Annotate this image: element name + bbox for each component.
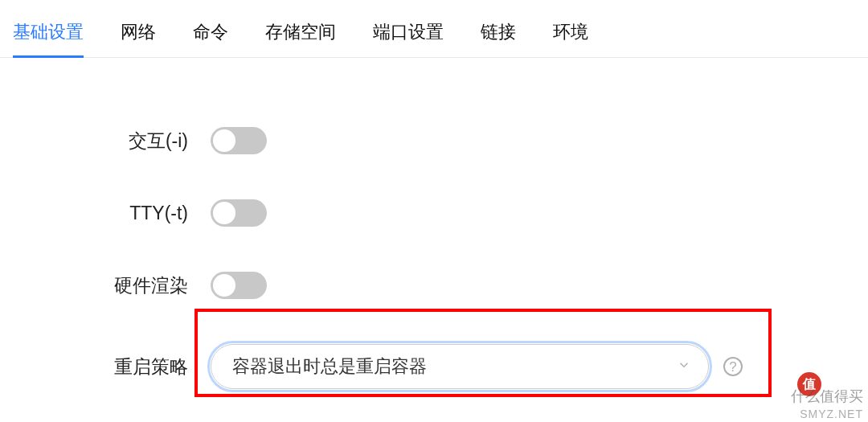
tab-network[interactable]: 网络 — [121, 20, 156, 57]
toggle-knob — [213, 202, 235, 224]
tab-storage[interactable]: 存储空间 — [265, 20, 336, 57]
tab-basic-settings[interactable]: 基础设置 — [13, 20, 84, 57]
tab-port-settings[interactable]: 端口设置 — [373, 20, 444, 57]
watermark-brand: 什么值得买 — [791, 387, 863, 406]
watermark-site: SMYZ.NET — [800, 408, 863, 420]
row-tty: TTY(-t) — [26, 199, 868, 227]
tab-environment[interactable]: 环境 — [553, 20, 588, 57]
row-interactive: 交互(-i) — [26, 127, 868, 154]
tab-command[interactable]: 命令 — [193, 20, 228, 57]
help-icon[interactable]: ? — [723, 357, 743, 376]
toggle-tty[interactable] — [211, 199, 267, 227]
label-hw-render: 硬件渲染 — [26, 273, 211, 298]
row-hw-render: 硬件渲染 — [26, 272, 868, 299]
label-interactive: 交互(-i) — [26, 129, 211, 154]
tab-links[interactable]: 链接 — [481, 20, 516, 57]
row-restart-policy: 重启策略 容器退出时总是重启容器 ? — [26, 344, 868, 389]
toggle-knob — [213, 129, 235, 152]
restart-policy-select[interactable]: 容器退出时总是重启容器 — [211, 344, 709, 389]
restart-policy-selected-value: 容器退出时总是重启容器 — [232, 354, 427, 379]
restart-policy-select-wrap: 容器退出时总是重启容器 — [211, 344, 709, 389]
toggle-hw-render[interactable] — [211, 272, 267, 299]
label-tty: TTY(-t) — [26, 203, 211, 224]
settings-tabs: 基础设置 网络 命令 存储空间 端口设置 链接 环境 — [0, 0, 868, 58]
basic-settings-form: 交互(-i) TTY(-t) 硬件渲染 重启策略 容器退出时总是重启容器 ? — [0, 58, 868, 389]
toggle-knob — [213, 274, 235, 297]
label-restart-policy: 重启策略 — [26, 354, 211, 379]
toggle-interactive[interactable] — [211, 127, 267, 154]
